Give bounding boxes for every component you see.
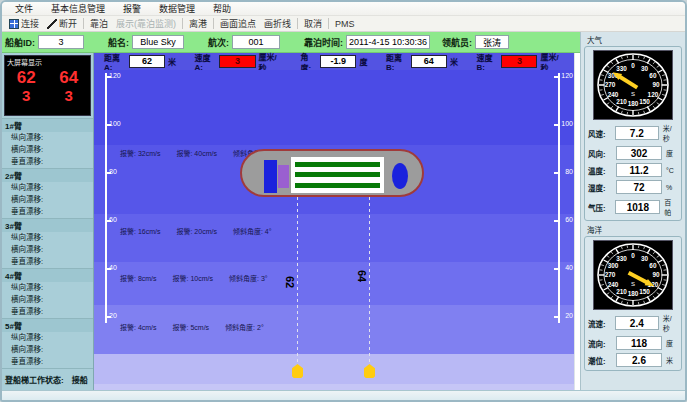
alarm-threshold-line: 报警: 4cm/s 报警: 5cm/s 倾斜角度: 2°: [120, 322, 264, 332]
berth-button[interactable]: 靠泊: [86, 16, 112, 31]
svg-text:0: 0: [631, 252, 635, 259]
alarm-b: 报警: 20cm/s: [176, 226, 216, 236]
pressure-unit: 百帕: [662, 197, 678, 217]
lateral-drift-label: 横向漂移:: [2, 144, 93, 156]
dock-band: [94, 354, 574, 384]
svg-text:270: 270: [605, 81, 616, 88]
menu-bar: 文件 基本信息管理 报警 数据管理 帮助: [2, 2, 685, 16]
distance-b-label: 距离B:: [386, 52, 408, 72]
vertical-drift-label: 垂直漂移:: [2, 156, 93, 168]
menu-basic-info[interactable]: 基本信息管理: [42, 1, 114, 16]
environment-panel: 大气 0306090120150180210240270300330S 风速:7…: [580, 32, 685, 390]
ship-cargo-deck: [291, 157, 384, 193]
ship-name-field[interactable]: [132, 35, 184, 49]
arm-section-2: 2#臂 纵向漂移: 横向漂移: 垂直漂移:: [2, 168, 93, 218]
axis-tick-label: 20: [565, 312, 573, 319]
measure-line-a: [297, 197, 298, 365]
current-direction-gauge: 0306090120150180210240270300330S: [593, 240, 673, 310]
berth-time-field[interactable]: [346, 35, 430, 49]
arm-section-header: 2#臂: [2, 169, 93, 182]
menu-file[interactable]: 文件: [6, 1, 42, 16]
pressure-label: 气压:: [588, 202, 613, 213]
alarm-a: 报警: 8cm/s: [120, 273, 157, 283]
pilot-field[interactable]: [475, 35, 509, 49]
angle-value: -1.9: [320, 55, 356, 68]
draw-line-button[interactable]: 画折线: [260, 16, 295, 31]
display-speed-a: 3: [5, 87, 48, 104]
menu-help[interactable]: 帮助: [204, 1, 240, 16]
gangway-status: 登船梯工作状态: 接船: [2, 368, 93, 390]
measure-line-b: [369, 197, 370, 365]
pms-button[interactable]: PMS: [331, 18, 359, 30]
svg-text:180: 180: [628, 290, 639, 297]
svg-text:240: 240: [608, 91, 619, 98]
connect-label: 连接: [21, 17, 39, 30]
svg-text:120: 120: [648, 91, 659, 98]
axis-tick-label: 80: [109, 168, 117, 175]
arm-section-4: 4#臂 纵向漂移: 横向漂移: 垂直漂移:: [2, 268, 93, 318]
axis-tick-label: 60: [565, 216, 573, 223]
svg-text:180: 180: [628, 100, 639, 107]
humidity-value: 72: [616, 180, 662, 194]
svg-text:150: 150: [639, 98, 650, 105]
plot-band: [94, 262, 574, 305]
axis-tick-label: 100: [109, 120, 121, 127]
wind-speed-value: 7.2: [615, 126, 659, 140]
current-speed-value: 2.4: [615, 316, 659, 330]
wind-dir-unit: 度: [664, 148, 673, 158]
berthing-plot-column: 距离A: 62 米 速度A: 3 厘米/秒 角度: -1.9 度 距离B: 64: [94, 53, 580, 390]
status-bar: [2, 390, 685, 400]
axis-tick-label: 100: [561, 120, 573, 127]
axis-tick-label: 120: [109, 72, 121, 79]
gangway-status-value: 接船: [72, 374, 88, 385]
distance-a-unit: 米: [168, 56, 176, 67]
big-screen-display: 大屏幕显示 62 64 3 3: [4, 55, 91, 116]
ocean-group-title: 海洋: [587, 224, 683, 235]
arm-section-3: 3#臂 纵向漂移: 横向漂移: 垂直漂移:: [2, 218, 93, 268]
wind-direction-gauge: 0306090120150180210240270300330S: [593, 50, 673, 120]
toolbar-separator: [328, 18, 329, 29]
menu-data[interactable]: 数据管理: [150, 1, 204, 16]
current-speed-unit: 米/秒: [661, 313, 678, 333]
alarm-threshold-line: 报警: 8cm/s 报警: 10cm/s 倾斜角度: 3°: [120, 273, 268, 283]
longitudinal-drift-label: 纵向漂移:: [2, 332, 93, 344]
cargo-stripes: [295, 157, 380, 193]
alarm-a: 报警: 16cm/s: [120, 226, 160, 236]
pressure-value: 1018: [615, 200, 660, 214]
svg-text:150: 150: [639, 288, 650, 295]
toolbar-separator: [83, 18, 84, 29]
cancel-button[interactable]: 取消: [300, 16, 326, 31]
distance-a-label: 距离A:: [104, 52, 126, 72]
demo-monitor-button: 展示(靠泊监测): [112, 16, 180, 31]
arm-section-header: 1#臂: [2, 119, 93, 132]
app-window: 文件 基本信息管理 报警 数据管理 帮助 连接 断开 靠泊 展示(靠泊监测) 离…: [0, 0, 687, 402]
menu-alarm[interactable]: 报警: [114, 1, 150, 16]
ship-id-field[interactable]: [38, 35, 84, 49]
measure-label-a: 62: [284, 276, 296, 288]
track-point-button[interactable]: 画面追点: [216, 16, 260, 31]
ocean-group: 0306090120150180210240270300330S 流速:2.4米…: [584, 236, 682, 371]
depart-button[interactable]: 离港: [185, 16, 211, 31]
wind-dir-label: 风向:: [588, 148, 614, 159]
lateral-drift-label: 横向漂移:: [2, 294, 93, 306]
vertical-scrollbar[interactable]: [574, 53, 580, 390]
berth-time-label: 靠泊时间:: [304, 36, 343, 49]
longitudinal-drift-label: 纵向漂移:: [2, 132, 93, 144]
ship-module-blue: [264, 160, 277, 193]
tilt-angle: 倾斜角度: 4°: [233, 226, 272, 236]
plot-band: [94, 214, 574, 262]
disconnect-button[interactable]: 断开: [43, 16, 81, 31]
alarm-threshold-line: 报警: 16cm/s 报警: 20cm/s 倾斜角度: 4°: [120, 226, 272, 236]
lateral-drift-label: 横向漂移:: [2, 344, 93, 356]
voyage-field[interactable]: [232, 35, 280, 49]
vertical-drift-label: 垂直漂移:: [2, 306, 93, 318]
ship-graphic: [240, 149, 424, 197]
longitudinal-drift-label: 纵向漂移:: [2, 182, 93, 194]
humidity-unit: %: [664, 184, 672, 191]
ship-module-purple: [278, 165, 289, 188]
vertical-drift-label: 垂直漂移:: [2, 256, 93, 268]
atmosphere-group-title: 大气: [587, 34, 683, 45]
axis-tick-label: 20: [109, 312, 117, 319]
vertical-drift-label: 垂直漂移:: [2, 206, 93, 218]
connect-button[interactable]: 连接: [5, 16, 43, 31]
